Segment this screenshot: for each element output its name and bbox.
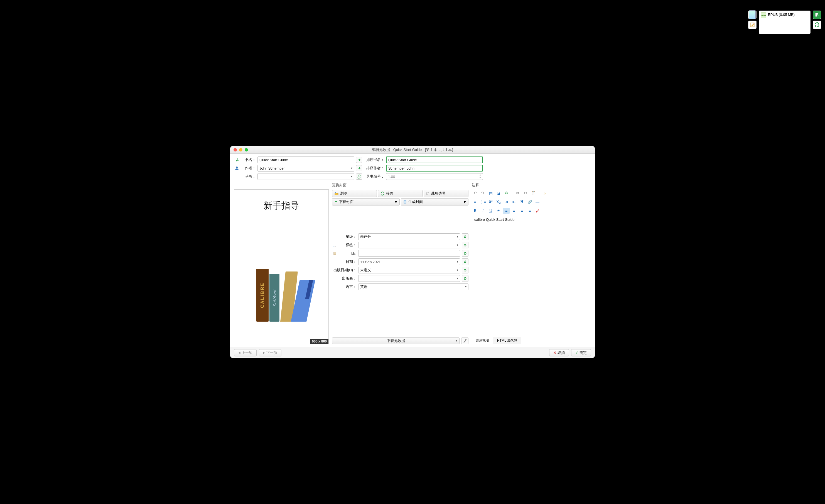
align-left-icon[interactable]: ≡ xyxy=(503,208,510,214)
underline-icon[interactable]: U xyxy=(487,208,494,214)
redo-icon[interactable]: ↷ xyxy=(479,190,486,196)
heading-icon[interactable]: H xyxy=(519,199,525,205)
indent-icon[interactable]: ⇥ xyxy=(503,199,510,205)
svg-rect-8 xyxy=(333,245,334,245)
comments-label: 注释 xyxy=(472,183,591,188)
date-combo[interactable]: 11 Sep 2021▼ xyxy=(358,259,460,265)
title-label: 书名： xyxy=(241,157,256,162)
cover-book-spine-2: Kovid Goyal xyxy=(270,274,280,321)
svg-rect-13 xyxy=(334,252,336,255)
download-cover-button[interactable]: 下载封面▼ xyxy=(332,198,400,206)
tags-edit-icon[interactable] xyxy=(332,242,338,248)
outdent-icon[interactable]: ⇤ xyxy=(511,199,517,205)
clear-icon[interactable]: ♻ xyxy=(503,190,510,196)
paste-icon[interactable]: 📋 xyxy=(530,190,537,196)
svg-rect-6 xyxy=(404,201,406,203)
trim-cover-button[interactable]: 裁剪边界 xyxy=(424,190,468,197)
svg-rect-12 xyxy=(334,246,336,246)
cover-preview: 新手指导 CALIBRE Kovid Goyal 600 x 800 xyxy=(234,189,329,344)
sort-author-input[interactable] xyxy=(386,165,483,171)
clear-ids-button[interactable]: ♻ xyxy=(462,250,468,257)
date-label: 日期： xyxy=(332,259,357,264)
metadata-editor-window: 编辑元数据 - Quick Start Guide - [第 1 本，共 1 本… xyxy=(230,146,595,358)
subscript-icon[interactable]: X₂ xyxy=(495,199,502,205)
svg-rect-10 xyxy=(334,244,336,244)
tab-html-source[interactable]: HTML 源代码 xyxy=(493,337,521,344)
configure-download-button[interactable] xyxy=(461,338,468,344)
svg-rect-5 xyxy=(427,193,429,195)
unordered-list-icon[interactable]: ⋮≡ xyxy=(479,199,486,205)
select-all-icon[interactable]: ▤ xyxy=(487,190,494,196)
window-title: 编辑元数据 - Quick Start Guide - [第 1 本，共 1 本… xyxy=(230,147,595,152)
prev-book-button[interactable]: ◀上一项 xyxy=(234,349,256,356)
maximize-window-button[interactable] xyxy=(245,148,248,151)
undo-icon[interactable]: ↶ xyxy=(472,190,478,196)
svg-rect-11 xyxy=(334,245,336,245)
swap-title-author-icon[interactable] xyxy=(234,157,240,163)
svg-point-15 xyxy=(465,339,466,340)
cancel-button[interactable]: ✕取消 xyxy=(549,349,569,356)
language-combo[interactable]: 英语▼ xyxy=(358,283,468,290)
remove-format-icon[interactable]: ◪ xyxy=(495,190,502,196)
change-cover-label: 更换封面 xyxy=(332,183,468,188)
bold-icon[interactable]: B xyxy=(472,208,478,214)
tab-normal-view[interactable]: 普通视图 xyxy=(472,337,493,344)
text-color-icon[interactable]: 🖌 xyxy=(534,208,541,214)
author-combo[interactable]: John Schember▼ xyxy=(257,165,354,171)
tags-combo[interactable]: ▼ xyxy=(358,242,460,248)
next-book-button[interactable]: ▶下一项 xyxy=(259,349,281,356)
series-label: 丛书： xyxy=(241,174,256,179)
generate-cover-button[interactable]: 生成封面▼ xyxy=(401,198,468,206)
link-icon[interactable]: 🔗 xyxy=(526,199,533,205)
close-window-button[interactable] xyxy=(233,148,237,151)
ids-input[interactable] xyxy=(358,250,460,257)
auto-sort-author-button[interactable] xyxy=(356,165,362,171)
align-justify-icon[interactable]: ≡ xyxy=(526,208,533,214)
remove-cover-button[interactable]: 移除 xyxy=(378,190,423,197)
hr-icon[interactable]: — xyxy=(534,199,541,205)
series-combo[interactable]: ▼ xyxy=(257,173,354,180)
auto-sort-title-button[interactable] xyxy=(356,157,362,163)
series-index-spinner[interactable]: 1.00▲▼ xyxy=(386,173,483,180)
svg-rect-4 xyxy=(335,192,336,193)
editor-toolbar: ↶ ↷ ▤ ◪ ♻ ⧉ ✂ 📋 ⌕ ≡ ⋮≡ X² X₂ ⇥ xyxy=(472,189,591,215)
align-right-icon[interactable]: ≡ xyxy=(519,208,525,214)
title-input[interactable] xyxy=(257,156,354,163)
cut-icon[interactable]: ✂ xyxy=(522,190,529,196)
clear-rating-button[interactable]: ♻ xyxy=(462,233,468,240)
cover-book-spine-1: CALIBRE xyxy=(256,269,269,321)
clear-publisher-button[interactable]: ♻ xyxy=(462,275,468,282)
spellcheck-icon[interactable]: ⌕ xyxy=(541,190,548,196)
copy-icon[interactable]: ⧉ xyxy=(514,190,521,196)
ok-button[interactable]: ✓确定 xyxy=(571,349,591,356)
browse-cover-button[interactable]: 浏览 xyxy=(332,190,377,197)
publisher-combo[interactable]: ▼ xyxy=(358,275,460,282)
clear-date-button[interactable]: ♻ xyxy=(462,259,468,265)
clear-tags-button[interactable]: ♻ xyxy=(462,242,468,248)
strikethrough-icon[interactable]: S xyxy=(495,208,502,214)
rating-label: 星级： xyxy=(332,234,357,239)
manage-authors-icon[interactable] xyxy=(234,165,240,171)
pubdate-label: 出版日期(U)： xyxy=(332,268,357,273)
minimize-window-button[interactable] xyxy=(239,148,242,151)
author-label: 作者： xyxy=(241,166,256,171)
pubdate-combo[interactable]: 未定义▼ xyxy=(358,267,460,274)
clear-series-button[interactable] xyxy=(356,173,362,179)
cover-book-title: 新手指导 xyxy=(234,200,328,212)
sort-title-input[interactable] xyxy=(386,156,483,163)
download-metadata-button[interactable]: 下载元数据▼ xyxy=(332,338,459,344)
svg-rect-7 xyxy=(333,244,334,244)
language-label: 语言： xyxy=(332,284,357,289)
comments-editor[interactable]: calibre Quick Start Guide xyxy=(472,215,591,337)
ids-paste-icon[interactable] xyxy=(332,250,338,256)
rating-combo[interactable]: 未评分▼ xyxy=(358,233,460,240)
clear-pubdate-button[interactable]: ♻ xyxy=(462,267,468,274)
ordered-list-icon[interactable]: ≡ xyxy=(472,199,478,205)
sort-author-label: 排序作者： xyxy=(364,166,384,171)
sort-title-label: 排序书名： xyxy=(364,157,384,162)
align-center-icon[interactable]: ≡ xyxy=(511,208,517,214)
cover-size-badge: 600 x 800 xyxy=(310,339,328,344)
ids-label: Ids: xyxy=(339,251,357,256)
superscript-icon[interactable]: X² xyxy=(487,199,494,205)
italic-icon[interactable]: I xyxy=(479,208,486,214)
